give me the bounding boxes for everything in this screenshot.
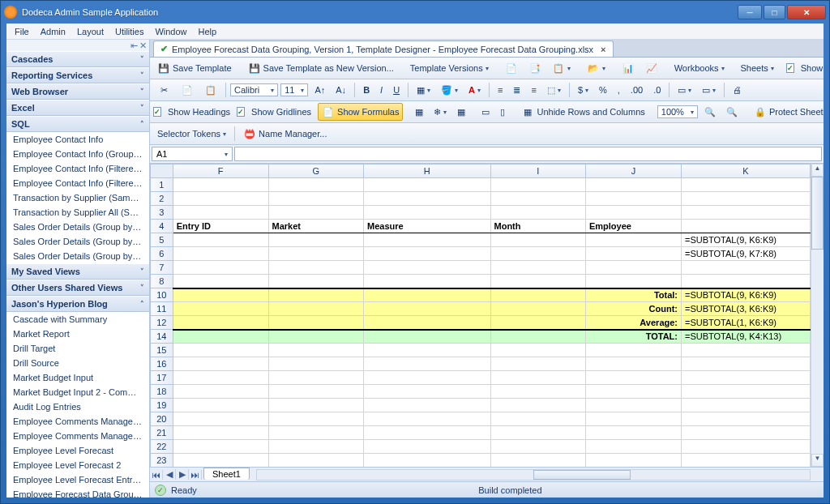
row-header[interactable]: 6 bbox=[151, 247, 173, 261]
show-tabs-checkbox[interactable]: ✓ bbox=[786, 63, 794, 73]
cell[interactable]: Employee bbox=[585, 220, 681, 233]
tab-nav-next[interactable]: ▶ bbox=[176, 469, 189, 480]
cell[interactable] bbox=[364, 192, 491, 206]
cell[interactable] bbox=[364, 399, 491, 412]
tb-icon-5[interactable]: 📊 bbox=[618, 59, 639, 77]
cell-style-button[interactable]: ▭▾ bbox=[698, 83, 720, 98]
cell[interactable] bbox=[173, 330, 268, 344]
cell[interactable] bbox=[490, 275, 585, 288]
cell[interactable] bbox=[268, 344, 364, 357]
cell[interactable] bbox=[682, 220, 811, 233]
row-header[interactable]: 10 bbox=[151, 288, 173, 302]
cell[interactable] bbox=[268, 357, 364, 371]
col-header[interactable]: G bbox=[268, 164, 364, 178]
cell[interactable] bbox=[490, 440, 585, 454]
cell[interactable] bbox=[268, 330, 364, 344]
tab-nav-first[interactable]: ⏮ bbox=[150, 470, 163, 480]
sidebar-item[interactable]: Employee Level Forecast bbox=[6, 443, 149, 458]
cell[interactable] bbox=[490, 247, 585, 261]
sidebar-item[interactable]: Employee Comments Management... bbox=[6, 414, 149, 429]
show-gridlines-checkbox[interactable]: ✓ bbox=[237, 107, 245, 117]
cell[interactable] bbox=[585, 178, 681, 192]
cell[interactable] bbox=[682, 385, 811, 399]
cell[interactable] bbox=[682, 206, 811, 220]
menu-window[interactable]: Window bbox=[150, 25, 191, 38]
cell[interactable] bbox=[364, 206, 491, 220]
cell[interactable]: Measure bbox=[364, 220, 491, 233]
sheets-dropdown[interactable]: Sheets▾ bbox=[737, 61, 778, 75]
format-button[interactable]: ▭▾ bbox=[674, 83, 695, 98]
tab-nav-prev[interactable]: ◀ bbox=[163, 469, 176, 480]
row-header[interactable]: 12 bbox=[151, 316, 173, 330]
cell[interactable] bbox=[268, 399, 364, 412]
zoom-select[interactable]: 100%▾ bbox=[657, 105, 698, 118]
cell[interactable] bbox=[490, 206, 585, 220]
cell[interactable] bbox=[268, 192, 364, 206]
align-center-button[interactable]: ≣ bbox=[509, 83, 524, 98]
selector-tokens-dropdown[interactable]: Selector Tokens▾ bbox=[153, 126, 230, 141]
cell[interactable] bbox=[268, 233, 364, 247]
cell[interactable] bbox=[490, 385, 585, 399]
cell[interactable] bbox=[585, 426, 681, 440]
cell[interactable]: Market bbox=[268, 220, 364, 233]
align-left-button[interactable]: ≡ bbox=[494, 83, 507, 97]
cell[interactable] bbox=[364, 412, 491, 426]
fill-color-button[interactable]: 🪣▾ bbox=[437, 83, 462, 98]
merge-button[interactable]: ⬚▾ bbox=[543, 83, 565, 98]
cell[interactable] bbox=[585, 399, 681, 412]
tb-view-3[interactable]: ▭ bbox=[477, 105, 494, 120]
cell[interactable] bbox=[490, 288, 585, 302]
protect-sheet-button[interactable]: 🔒Protect Sheet bbox=[750, 103, 824, 121]
row-header[interactable]: 20 bbox=[151, 412, 173, 426]
window-maximize-button[interactable]: □ bbox=[764, 5, 785, 19]
sidebar-item[interactable]: Sales Order Details (Group by Prod... bbox=[6, 220, 149, 234]
cell[interactable] bbox=[490, 178, 585, 192]
template-versions-dropdown[interactable]: Template Versions▾ bbox=[406, 61, 493, 75]
spreadsheet-grid[interactable]: FGHIJK1234Entry IDMarketMeasureMonthEmpl… bbox=[150, 164, 811, 467]
cell[interactable] bbox=[585, 206, 681, 220]
cell[interactable] bbox=[490, 399, 585, 412]
col-header[interactable]: K bbox=[682, 164, 811, 178]
sidebar-item[interactable]: Market Budget Input 2 - Comments bbox=[6, 385, 149, 399]
cell[interactable] bbox=[585, 412, 681, 426]
sidebar-category[interactable]: Other Users Shared Views˅ bbox=[6, 280, 149, 296]
cell[interactable] bbox=[268, 371, 364, 385]
cell[interactable]: Entry ID bbox=[173, 220, 268, 233]
cell[interactable] bbox=[173, 192, 268, 206]
show-formulas-button[interactable]: 📄Show Formulas bbox=[318, 103, 403, 121]
cell[interactable] bbox=[490, 371, 585, 385]
cell[interactable] bbox=[364, 454, 491, 468]
sidebar-category[interactable]: Jason's Hyperion Blog˄ bbox=[6, 296, 149, 312]
workbooks-dropdown[interactable]: Workbooks▾ bbox=[670, 61, 729, 75]
row-header[interactable]: 5 bbox=[151, 233, 173, 247]
tb-icon-2[interactable]: 📑 bbox=[524, 59, 545, 77]
font-family-select[interactable]: Calibri▾ bbox=[230, 83, 278, 96]
align-right-button[interactable]: ≡ bbox=[527, 83, 540, 97]
row-header[interactable]: 21 bbox=[151, 426, 173, 440]
cell[interactable] bbox=[585, 261, 681, 275]
horizontal-scrollbar[interactable] bbox=[256, 469, 811, 481]
cell[interactable] bbox=[364, 288, 491, 302]
cell[interactable] bbox=[173, 288, 268, 302]
borders-button[interactable]: ▦▾ bbox=[413, 83, 434, 98]
sidebar-item[interactable]: Transaction by Supplier All (Sample... bbox=[6, 205, 149, 220]
cell[interactable] bbox=[364, 275, 491, 288]
cell[interactable] bbox=[173, 178, 268, 192]
row-header[interactable]: 18 bbox=[151, 385, 173, 399]
cell[interactable] bbox=[268, 288, 364, 302]
cell[interactable] bbox=[173, 275, 268, 288]
cell[interactable] bbox=[173, 261, 268, 275]
row-header[interactable]: 1 bbox=[151, 178, 173, 192]
font-size-select[interactable]: 11▾ bbox=[280, 83, 308, 96]
sidebar-category[interactable]: Cascades˅ bbox=[6, 51, 149, 67]
row-header[interactable]: 7 bbox=[151, 261, 173, 275]
row-header[interactable]: 11 bbox=[151, 302, 173, 316]
sidebar-category[interactable]: SQL˄ bbox=[6, 116, 149, 132]
cell[interactable] bbox=[682, 192, 811, 206]
cell[interactable] bbox=[268, 316, 364, 330]
sidebar-category[interactable]: Reporting Services˅ bbox=[6, 67, 149, 83]
cell[interactable]: =SUBTOTAL(9, K6:K9) bbox=[682, 233, 811, 247]
cell[interactable] bbox=[490, 357, 585, 371]
cell[interactable] bbox=[585, 385, 681, 399]
menu-file[interactable]: File bbox=[10, 25, 34, 38]
